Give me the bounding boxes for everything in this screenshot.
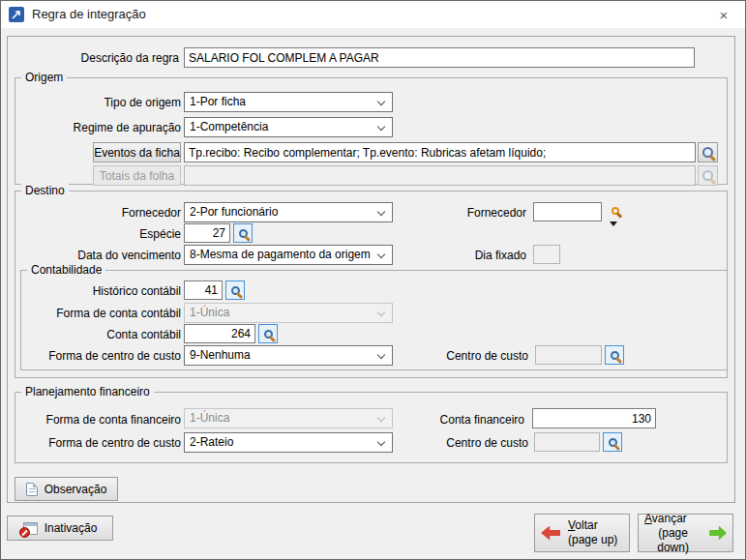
fixed-day-label: Dia fixado: [407, 248, 526, 263]
origin-group-title: Origem: [21, 71, 67, 85]
financial-account-input[interactable]: [532, 408, 656, 428]
financial-account-mode-label: Forma de conta financeiro: [1, 412, 181, 427]
origin-type-value: 1-Por ficha: [190, 95, 246, 108]
chevron-down-icon: [377, 208, 385, 216]
close-button[interactable]: ×: [710, 4, 737, 26]
back-button-sublabel: (page up): [568, 533, 617, 547]
supplier-mode-value: 2-Por funcionário: [190, 205, 278, 219]
search-icon: [702, 147, 713, 158]
calc-regime-label: Regime de apuração: [1, 120, 181, 135]
inactivation-button-label: Inativação: [45, 521, 98, 535]
chevron-down-icon: [377, 123, 385, 131]
due-date-label: Data do vencimento: [1, 248, 181, 263]
rule-description-label: Descrição da regra: [1, 50, 179, 66]
rule-description-input[interactable]: [184, 47, 695, 68]
supplier-mode-combobox[interactable]: 2-Por funcionário: [184, 202, 393, 222]
forward-button[interactable]: Avançar (page down): [638, 514, 733, 552]
forward-button-label: Avançar: [644, 512, 687, 526]
financial-cost-center-lookup-button[interactable]: [603, 432, 622, 452]
payslip-events-input[interactable]: [184, 142, 696, 162]
chevron-down-icon: [377, 309, 385, 316]
search-icon: [264, 330, 273, 339]
financial-cost-center-mode-combobox[interactable]: 2-Rateio: [184, 432, 393, 453]
chevron-down-icon: [377, 98, 385, 105]
payslip-events-button[interactable]: Eventos da ficha: [93, 142, 181, 162]
document-icon: [26, 483, 38, 496]
search-icon: [609, 438, 617, 447]
accounting-history-label: Histórico contábil: [1, 283, 181, 299]
forward-button-sublabel: (page down): [644, 526, 701, 555]
cost-center-label: Centro de custo: [407, 348, 528, 364]
cost-center-mode-label: Forma de centro de custo: [1, 348, 181, 364]
calc-regime-combobox[interactable]: 1-Competência: [184, 117, 393, 137]
chevron-down-icon: [377, 438, 385, 446]
financial-planning-group-title: Planejamento financeiro: [21, 385, 154, 399]
accounting-group-title: Contabilidade: [27, 263, 105, 278]
financial-account-mode-value: 1-Única: [190, 411, 229, 425]
search-icon: [612, 207, 619, 215]
window-title: Regra de integração: [32, 7, 146, 21]
calc-regime-value: 1-Competência: [190, 120, 268, 133]
arrow-right-icon: [709, 526, 727, 541]
account-mode-label: Forma de conta contábil: [1, 306, 181, 321]
species-lookup-button[interactable]: [233, 223, 253, 243]
financial-account-mode-combobox: 1-Única: [184, 408, 393, 428]
cost-center-input: [535, 345, 602, 365]
accounting-account-label: Conta contábil: [1, 327, 181, 342]
species-input[interactable]: [184, 223, 230, 243]
financial-cost-center-input: [534, 432, 600, 452]
payroll-totals-button: Totais da folha: [93, 165, 181, 186]
financial-cost-center-mode-value: 2-Rateio: [190, 435, 233, 449]
supplier-code-label: Fornecedor: [407, 205, 526, 221]
supplier-mode-label: Fornecedor: [1, 205, 181, 221]
financial-cost-center-mode-label: Forma de centro de custo: [1, 435, 181, 451]
cost-center-mode-value: 9-Nenhuma: [190, 348, 251, 362]
search-icon: [231, 286, 240, 295]
cost-center-mode-combobox[interactable]: 9-Nenhuma: [184, 345, 393, 366]
observation-button-label: Observação: [45, 483, 107, 496]
origin-type-label: Tipo de origem: [1, 95, 181, 110]
chevron-down-icon: [377, 251, 385, 258]
search-icon: [611, 351, 619, 360]
search-icon: [702, 170, 713, 181]
destination-group-title: Destino: [21, 184, 69, 198]
back-button-label: Voltar: [568, 518, 598, 533]
payslip-events-search-button[interactable]: [698, 142, 718, 162]
due-date-combobox[interactable]: 8-Mesma de pagamento da origem: [184, 245, 393, 265]
chevron-down-icon: [377, 414, 385, 422]
origin-type-combobox[interactable]: 1-Por ficha: [184, 92, 393, 112]
search-icon: [239, 229, 248, 238]
accounting-history-lookup-button[interactable]: [225, 280, 245, 300]
account-mode-value: 1-Única: [190, 306, 229, 319]
due-date-value: 8-Mesma de pagamento da origem: [190, 248, 371, 261]
accounting-account-lookup-button[interactable]: [258, 324, 278, 343]
payroll-totals-button-label: Totais da folha: [100, 169, 174, 183]
accounting-account-input[interactable]: [184, 324, 255, 343]
app-icon: [9, 7, 24, 22]
payslip-events-button-label: Eventos da ficha: [94, 146, 180, 160]
titlebar: Regra de integração ×: [1, 1, 745, 28]
cost-center-lookup-button[interactable]: [605, 345, 624, 365]
supplier-code-input[interactable]: [533, 202, 602, 221]
inactivation-button[interactable]: Inativação: [7, 516, 113, 541]
back-button[interactable]: Voltar (page up): [534, 514, 630, 552]
supplier-dropdown-arrow-icon[interactable]: [610, 221, 617, 226]
inactivation-icon: [23, 522, 38, 535]
payroll-totals-input: [184, 165, 696, 186]
integration-rule-dialog: Regra de integração × Descrição da regra…: [0, 0, 746, 560]
fixed-day-input: [533, 245, 560, 264]
account-mode-combobox: 1-Única: [184, 303, 393, 323]
financial-cost-center-label: Centro de custo: [407, 435, 528, 451]
accounting-history-input[interactable]: [184, 280, 223, 300]
arrow-left-icon: [541, 526, 560, 541]
payroll-totals-search-button: [698, 165, 718, 186]
observation-button[interactable]: Observação: [15, 477, 118, 501]
supplier-lookup-button[interactable]: [607, 202, 624, 220]
species-label: Espécie: [1, 226, 181, 242]
chevron-down-icon: [377, 351, 385, 359]
financial-account-label: Conta financeiro: [403, 412, 524, 427]
